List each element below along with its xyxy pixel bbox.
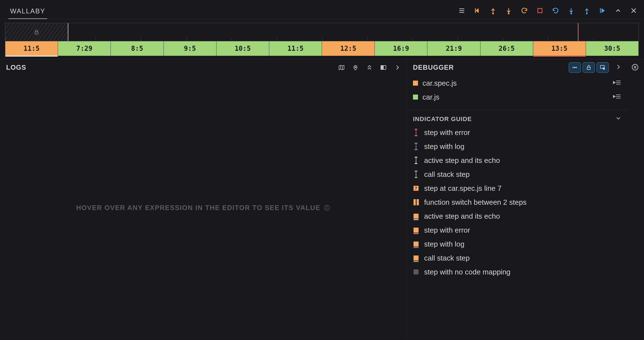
menu-icon[interactable] xyxy=(458,6,466,15)
step-label: 13:5 xyxy=(551,45,568,52)
step-label: 10:5 xyxy=(235,45,251,52)
indicator-guide-list: step with errorstep with logactive step … xyxy=(407,126,627,282)
guide-icon xyxy=(413,157,419,164)
step-cell[interactable]: 30:5 xyxy=(586,41,639,56)
step-into-icon[interactable] xyxy=(567,6,575,15)
close-icon[interactable] xyxy=(629,6,638,15)
split-icon[interactable] xyxy=(380,64,387,71)
chevron-right-icon[interactable] xyxy=(394,64,401,71)
debugger-title: DEBUGGER xyxy=(413,64,454,71)
svg-point-6 xyxy=(492,13,494,14)
step-cell[interactable]: 10:5 xyxy=(217,41,269,56)
logs-body: HOVER OVER ANY EXPRESSION IN THE EDITOR … xyxy=(0,76,407,340)
broadcast-icon[interactable] xyxy=(569,62,581,73)
guide-icon xyxy=(413,228,419,233)
step-label: 11:5 xyxy=(287,45,304,52)
step-out-back-icon[interactable] xyxy=(489,6,497,15)
step-cell[interactable]: 26:5 xyxy=(480,41,533,56)
step-cell[interactable]: 12:5 xyxy=(322,41,375,56)
toolbar xyxy=(458,6,638,19)
step-cell[interactable]: 11:5 xyxy=(269,41,322,56)
indicator-guide-header[interactable]: INDICATOR GUIDE xyxy=(407,110,627,126)
top-bar: WALLABY xyxy=(0,0,644,19)
step-label: 7:29 xyxy=(76,45,92,52)
tab-wallaby[interactable]: WALLABY xyxy=(8,7,47,19)
guide-icon xyxy=(413,143,419,150)
guide-row: step with log xyxy=(413,237,621,251)
undo-icon[interactable] xyxy=(520,6,528,15)
guide-row: call stack step xyxy=(413,251,621,265)
svg-marker-32 xyxy=(613,81,615,84)
indicator-guide-title: INDICATOR GUIDE xyxy=(413,115,472,123)
step-cell[interactable]: 16:9 xyxy=(375,41,427,56)
pin-icon[interactable] xyxy=(352,64,359,71)
lock-icon[interactable] xyxy=(583,62,595,73)
ruler-ticks xyxy=(5,37,639,41)
step-label: 16:9 xyxy=(393,45,409,52)
debugger-gutter xyxy=(627,59,644,340)
svg-point-13 xyxy=(586,13,587,14)
debugger-header-actions xyxy=(569,62,622,73)
file-status-square xyxy=(413,81,418,86)
svg-point-27 xyxy=(327,206,327,207)
step-cell[interactable]: 11:5 xyxy=(5,41,58,56)
close-circle-icon[interactable] xyxy=(631,63,639,73)
svg-marker-19 xyxy=(339,65,344,70)
step-cell[interactable]: 9:5 xyxy=(164,41,217,56)
svg-rect-4 xyxy=(475,8,476,13)
guide-icon xyxy=(413,129,419,136)
stop-icon[interactable] xyxy=(536,6,544,15)
step-cell[interactable]: 7:29 xyxy=(58,41,111,56)
step-bar: 11:57:298:59:510:511:512:516:921:926:513… xyxy=(5,41,639,56)
goto-file-icon[interactable] xyxy=(613,93,621,101)
guide-icon: 7 xyxy=(413,186,419,191)
guide-icon xyxy=(413,214,419,219)
step-back-into-icon[interactable] xyxy=(473,6,482,15)
pick-element-icon[interactable] xyxy=(597,62,609,73)
play-icon[interactable] xyxy=(598,6,607,15)
guide-label: step at car.spec.js line 7 xyxy=(424,184,501,193)
logs-toolbar xyxy=(338,64,401,71)
guide-row: step with no code mapping xyxy=(413,265,621,279)
svg-rect-18 xyxy=(35,32,38,34)
svg-rect-24 xyxy=(381,66,383,69)
guide-label: step with error xyxy=(424,226,470,235)
timeline-marker[interactable] xyxy=(578,23,578,41)
step-cell[interactable]: 21:9 xyxy=(427,41,480,56)
step-cell[interactable]: 8:5 xyxy=(111,41,164,56)
file-status-square xyxy=(413,95,418,100)
chevron-down-icon[interactable] xyxy=(615,115,622,123)
guide-row: active step and its echo xyxy=(413,209,621,223)
step-label: 12:5 xyxy=(340,45,356,52)
step-into-back-icon[interactable] xyxy=(504,6,513,15)
collapse-all-icon[interactable] xyxy=(366,64,373,71)
debugger-chevron-right-icon[interactable] xyxy=(615,64,622,72)
debugger-file-row[interactable]: car.spec.js xyxy=(413,76,621,90)
svg-rect-14 xyxy=(600,8,601,13)
debugger-file-list: car.spec.js car.js xyxy=(407,76,627,108)
redo-icon[interactable] xyxy=(551,6,560,15)
logs-panel: LOGS xyxy=(0,59,407,340)
collapse-icon[interactable] xyxy=(614,6,622,15)
svg-point-11 xyxy=(571,13,572,14)
timeline-ruler[interactable] xyxy=(5,23,639,41)
step-label: 9:5 xyxy=(184,45,196,52)
debugger-header: DEBUGGER xyxy=(407,59,627,76)
guide-row: step with error xyxy=(413,223,621,237)
step-label: 11:5 xyxy=(23,45,40,52)
svg-rect-9 xyxy=(538,8,542,13)
info-icon xyxy=(324,204,330,211)
debugger-file-row[interactable]: car.js xyxy=(413,90,621,104)
timeline-ruler-area: 11:57:298:59:510:511:512:516:921:926:513… xyxy=(0,19,644,56)
map-icon[interactable] xyxy=(338,64,345,71)
logs-title: LOGS xyxy=(6,64,26,71)
guide-icon xyxy=(413,199,419,205)
guide-row: active step and its echo xyxy=(413,153,621,167)
step-out-icon[interactable] xyxy=(583,6,591,15)
file-name: car.js xyxy=(422,93,439,102)
svg-point-22 xyxy=(355,67,356,68)
step-cell[interactable]: 13:5 xyxy=(533,41,586,56)
goto-file-icon[interactable] xyxy=(613,79,621,87)
guide-icon xyxy=(413,255,419,261)
svg-marker-3 xyxy=(476,8,479,13)
